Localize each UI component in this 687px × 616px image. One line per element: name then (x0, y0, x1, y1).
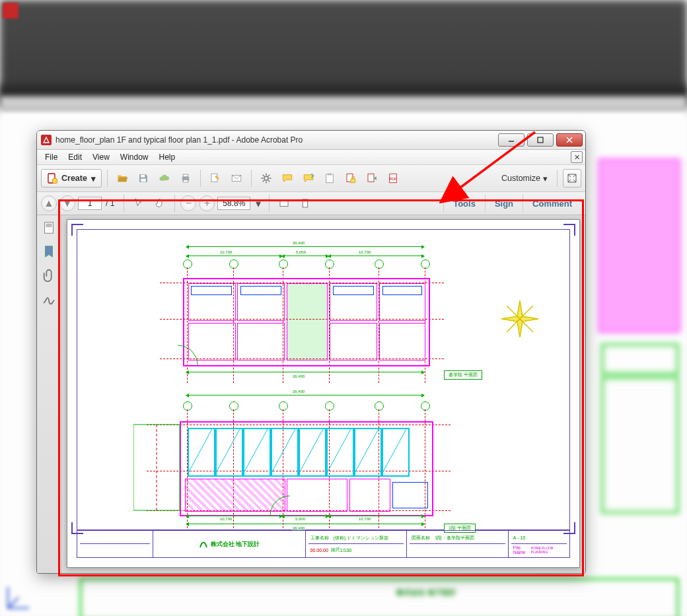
pdf-page[interactable]: 26,400 10,700 5,000 10,700 (67, 219, 580, 568)
svg-rect-0 (41, 135, 52, 145)
menu-edit[interactable]: Edit (63, 151, 87, 163)
svg-line-44 (354, 428, 379, 474)
grid-bubble (325, 401, 334, 411)
svg-line-41 (271, 428, 296, 474)
page-up-button[interactable]: ▲ (41, 195, 57, 211)
close-button[interactable] (556, 133, 583, 147)
svg-marker-35 (501, 316, 520, 322)
export-pdf-icon[interactable] (363, 169, 381, 188)
svg-rect-31 (46, 224, 52, 228)
customize-menu[interactable]: Customize ▾ (497, 174, 552, 184)
grid-bubble (375, 401, 384, 411)
svg-line-38 (188, 428, 213, 474)
parking-hatch (188, 428, 407, 474)
svg-rect-2 (538, 137, 543, 143)
thumbnails-icon[interactable] (42, 221, 56, 235)
fit-width-button[interactable] (275, 194, 293, 213)
titleblock-company: 株式会社 地下設計 (153, 531, 305, 557)
clipboard-icon[interactable] (320, 169, 339, 188)
zoom-out-button[interactable]: − (180, 195, 196, 211)
grid-bubble (279, 401, 288, 411)
dim-text: 10,700 (358, 250, 371, 254)
signatures-icon[interactable] (42, 292, 56, 306)
svg-point-12 (264, 176, 268, 180)
grid-bubble (325, 259, 334, 269)
svg-rect-22 (328, 174, 332, 176)
svg-line-40 (243, 428, 268, 474)
hand-tool[interactable] (151, 194, 169, 213)
save-button[interactable] (134, 169, 153, 188)
minimize-button[interactable] (498, 133, 524, 147)
comment-pane[interactable]: Comment (523, 195, 581, 213)
background-titleblock-text: 株式会社 地下設計 (396, 588, 456, 598)
close-document-button[interactable]: ✕ (571, 151, 583, 163)
email-button[interactable] (227, 169, 246, 188)
share-icon[interactable] (299, 169, 318, 188)
dim (186, 372, 424, 372)
svg-marker-32 (517, 300, 523, 319)
svg-rect-6 (141, 179, 146, 182)
svg-line-20 (263, 180, 264, 182)
svg-line-19 (268, 175, 270, 176)
grid-bubble (421, 401, 430, 411)
attachments-icon[interactable] (42, 268, 56, 283)
svg-rect-25 (368, 174, 374, 182)
gear-icon[interactable] (257, 169, 275, 188)
bookmarks-icon[interactable] (42, 244, 56, 259)
svg-marker-33 (520, 316, 538, 322)
menu-view[interactable]: View (87, 151, 115, 163)
print-button[interactable] (176, 169, 195, 188)
tools-pane[interactable]: Tools (443, 195, 485, 213)
page-number-input[interactable] (78, 197, 102, 210)
menu-help[interactable]: Help (154, 151, 181, 163)
comment-icon[interactable] (278, 169, 297, 188)
dim (282, 256, 328, 256)
secondary-toolbar: ▲ ▼ / 1 − + ▾ Tools Sign Comment (37, 192, 585, 215)
read-mode-button[interactable] (563, 169, 581, 188)
upper-floor-plan (183, 278, 430, 366)
zoom-dropdown[interactable]: ▾ (253, 197, 264, 210)
dim-overall (186, 246, 424, 247)
grid-bubble (183, 401, 192, 411)
first-floor-plan (180, 421, 433, 516)
ucs-icon (4, 580, 36, 612)
create-button[interactable]: Create ▾ (41, 169, 102, 188)
menu-window[interactable]: Window (115, 151, 154, 163)
plan-title: 基準階 平面図 (444, 370, 482, 380)
navigation-pane (37, 215, 61, 573)
open-button[interactable] (113, 169, 131, 188)
task-panes: Tools Sign Comment (443, 195, 581, 213)
pdf-icon[interactable]: PDF (384, 169, 402, 188)
cloud-button[interactable] (155, 169, 174, 188)
dim-text: 26,400 (292, 390, 305, 394)
autocad-app-icon (3, 3, 18, 18)
lock-pdf-icon[interactable] (342, 169, 360, 188)
edit-icon[interactable] (206, 169, 225, 188)
dim (186, 524, 424, 524)
dim-text: 5,000 (295, 250, 307, 254)
driveway (133, 418, 186, 517)
zoom-input[interactable] (217, 197, 250, 210)
menu-file[interactable]: File (40, 151, 63, 163)
titlebar[interactable]: home_floor_plan 1F and typical floor pla… (37, 131, 585, 150)
dim-text: 26,400 (292, 241, 305, 245)
select-tool[interactable] (129, 194, 148, 213)
sign-pane[interactable]: Sign (485, 195, 523, 213)
svg-line-42 (299, 428, 324, 474)
maximize-button[interactable] (527, 133, 554, 147)
zoom-in-button[interactable]: + (199, 195, 215, 211)
create-label: Create (61, 174, 87, 183)
svg-line-45 (382, 428, 407, 474)
fit-page-button[interactable] (296, 194, 314, 213)
main-toolbar: Create ▾ PDF Customize ▾ (37, 165, 585, 192)
menubar: File Edit View Window Help ✕ (37, 150, 585, 165)
north-arrow (500, 299, 540, 339)
svg-rect-21 (326, 174, 334, 183)
grid-bubble (229, 401, 238, 411)
page-down-button[interactable]: ▼ (59, 195, 75, 211)
svg-marker-34 (517, 319, 523, 337)
customize-label: Customize (501, 174, 540, 183)
svg-line-43 (326, 428, 351, 474)
dim (186, 395, 424, 395)
svg-point-4 (52, 178, 57, 184)
